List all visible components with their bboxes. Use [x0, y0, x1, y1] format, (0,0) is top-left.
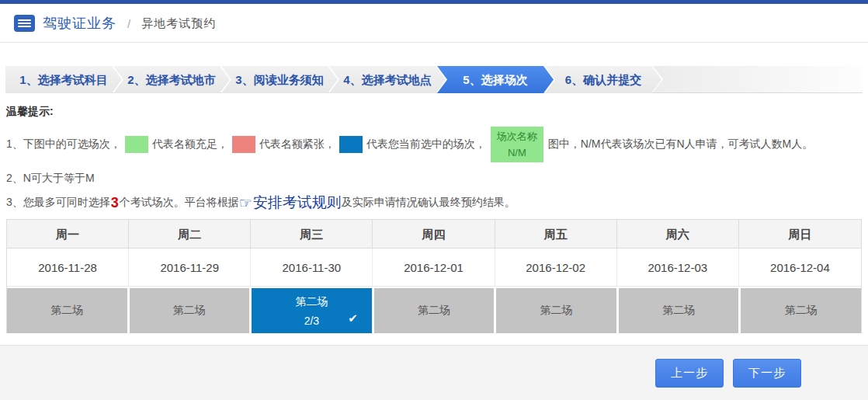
tips-line-1: 1、下图中的可选场次， 代表名额充足， 代表名额紧张， 代表您当前选中的场次， …: [6, 126, 862, 163]
step-tab-1[interactable]: 1、选择考试科目: [5, 66, 122, 93]
step-tab-4[interactable]: 4、选择考试地点: [329, 66, 446, 93]
step-tabs: 1、选择考试科目 2、选择考试地市 3、阅读业务须知 4、选择考试地点 5、选择…: [5, 66, 863, 93]
session-name: 第二场: [662, 304, 695, 318]
service-category-title[interactable]: 驾驶证业务: [43, 14, 116, 33]
session-name: 第二场: [418, 304, 450, 318]
sample-session-ratio: N/M: [491, 144, 543, 161]
breadcrumb-separator: /: [127, 17, 130, 30]
checkmark-icon: ✔: [348, 311, 358, 325]
footer-action-bar: 上一步 下一步: [0, 345, 868, 400]
date-cell: 2016-12-01: [373, 249, 495, 287]
tip3-suffix: 及实际申请情况确认最终预约结果。: [342, 196, 516, 210]
weekday-header: 周二: [129, 220, 251, 249]
weekday-header: 周三: [251, 220, 373, 249]
legend-sample-session-box: 场次名称 N/M: [491, 127, 543, 162]
next-step-button[interactable]: 下一步: [733, 359, 801, 388]
session-name: 第二场: [540, 304, 573, 318]
session-cell-saturday[interactable]: 第二场: [619, 288, 739, 333]
step-tab-3[interactable]: 3、阅读业务须知: [221, 66, 338, 93]
tips-title: 温馨提示:: [6, 105, 862, 119]
weekday-header-row: 周一 周二 周三 周四 周五 周六 周日: [7, 220, 861, 249]
tip1-red-label: 代表名额紧张，: [259, 137, 335, 151]
session-cell-tuesday[interactable]: 第二场: [130, 288, 250, 333]
tips-line-3: 3、您最多可同时选择 3 个考试场次。平台将根据 ☞ 安排考试规则 及实际申请情…: [6, 193, 862, 213]
tip1-green-label: 代表名额充足，: [152, 137, 228, 151]
page-title: 异地考试预约: [141, 16, 216, 31]
tip3-prefix: 3、您最多可同时选择: [6, 196, 110, 210]
tip3-middle: 个考试场次。平台将根据: [120, 196, 239, 210]
session-cell-wednesday-selected[interactable]: 第二场 2/3 ✔: [252, 288, 372, 333]
date-cell: 2016-11-28: [7, 249, 129, 287]
tip1-blue-label: 代表您当前选中的场次，: [366, 137, 486, 151]
previous-step-button[interactable]: 上一步: [655, 359, 724, 388]
session-row: 第二场 第二场 第二场 2/3 ✔ 第二场 第二场 第二场 第二场: [7, 287, 861, 333]
exam-rules-link-label: 安排考试规则: [253, 193, 342, 213]
tips-line-2: 2、N可大于等于M: [6, 172, 862, 186]
session-name: 第二场: [173, 304, 206, 318]
session-cell-monday[interactable]: 第二场: [7, 288, 127, 333]
session-name: 第二场: [785, 304, 818, 318]
list-icon: [14, 15, 35, 32]
tips-section: 温馨提示: 1、下图中的可选场次， 代表名额充足， 代表名额紧张， 代表您当前选…: [6, 105, 862, 213]
tip1-prefix: 1、下图中的可选场次，: [6, 137, 121, 151]
weekday-header: 周一: [7, 220, 129, 249]
step-tab-5-active[interactable]: 5、选择场次: [437, 66, 554, 93]
step-tabs-filler: [653, 66, 863, 92]
legend-blue-swatch: [339, 136, 363, 153]
date-cell: 2016-12-03: [617, 249, 739, 287]
step-tab-6[interactable]: 6、确认并提交: [545, 66, 661, 93]
session-name: 第二场: [295, 295, 328, 309]
session-name: 第二场: [50, 304, 83, 318]
date-cell: 2016-12-04: [739, 249, 861, 287]
step-tab-2[interactable]: 2、选择考试地市: [113, 66, 230, 93]
session-schedule-table: 周一 周二 周三 周四 周五 周六 周日 2016-11-28 2016-11-…: [6, 219, 862, 333]
date-cell: 2016-12-02: [495, 249, 617, 287]
breadcrumb: 驾驶证业务 / 异地考试预约: [0, 4, 868, 43]
date-row: 2016-11-28 2016-11-29 2016-11-30 2016-12…: [7, 249, 861, 287]
session-ratio: 2/3: [304, 315, 319, 327]
date-cell: 2016-11-29: [129, 249, 251, 287]
max-session-count: 3: [110, 195, 120, 211]
sample-session-name: 场次名称: [491, 128, 543, 144]
weekday-header: 周五: [495, 220, 617, 249]
legend-red-swatch: [232, 136, 255, 153]
session-cell-friday[interactable]: 第二场: [496, 288, 616, 333]
weekday-header: 周六: [617, 220, 739, 249]
weekday-header: 周四: [373, 220, 495, 249]
date-cell: 2016-11-30: [251, 249, 373, 287]
tip1-suffix: 图中，N/M代表该场次已有N人申请，可考试人数M人。: [548, 137, 813, 151]
exam-rules-link[interactable]: ☞ 安排考试规则: [239, 193, 342, 213]
pointing-hand-icon: ☞: [239, 194, 252, 212]
weekday-header: 周日: [739, 220, 861, 249]
session-cell-sunday[interactable]: 第二场: [741, 288, 861, 333]
session-cell-thursday[interactable]: 第二场: [374, 288, 495, 333]
legend-green-swatch: [125, 136, 148, 153]
